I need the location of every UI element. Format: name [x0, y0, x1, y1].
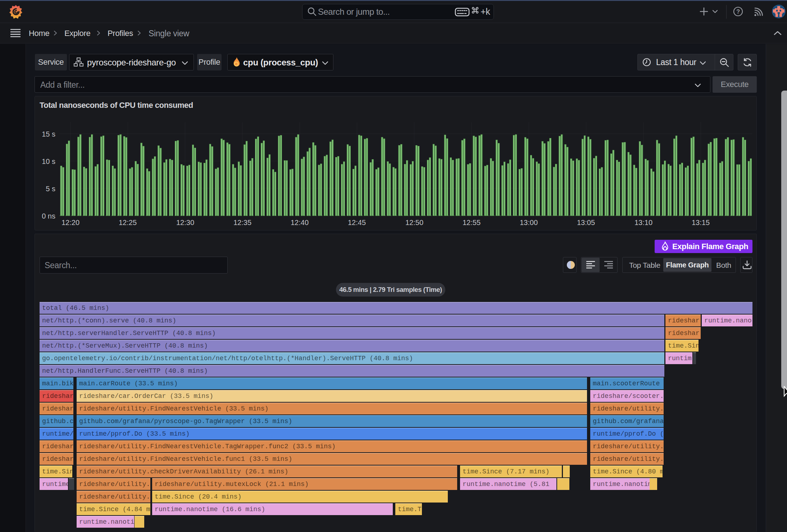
svg-text:?: ?	[736, 9, 740, 15]
